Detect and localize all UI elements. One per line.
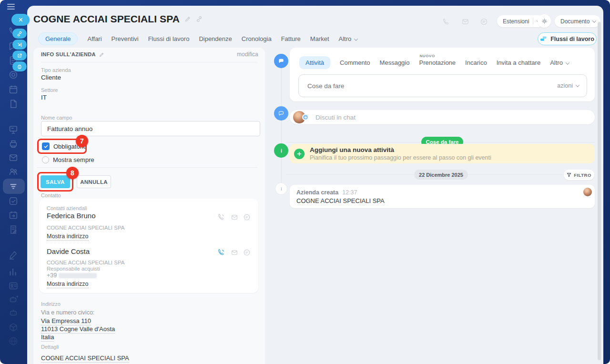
ai-robot-icon[interactable]	[8, 308, 20, 319]
presentation-icon[interactable]	[8, 124, 20, 136]
tab-flussi-di-lavoro[interactable]: Flussi di lavoro	[148, 35, 190, 42]
tab-affari[interactable]: Affari	[87, 35, 102, 42]
menu-icon[interactable]	[7, 4, 15, 10]
tasks-icon[interactable]	[8, 196, 20, 207]
document-button[interactable]: Documento	[555, 15, 600, 27]
tab-cronologia[interactable]: Cronologia	[242, 35, 272, 42]
link-title-icon[interactable]	[196, 16, 203, 22]
crm-funnel-icon[interactable]	[8, 181, 20, 192]
chat-bubble-icon[interactable]	[480, 18, 488, 26]
street-label: Via e numero civico:	[41, 309, 94, 316]
entry-time: 12:37	[342, 189, 357, 196]
calendar-icon[interactable]	[8, 84, 20, 96]
contact-card-label: Contatti aziendali	[47, 205, 87, 211]
dock-arrow-icon[interactable]	[12, 40, 27, 50]
filter-button[interactable]: FILTRO	[564, 170, 594, 180]
tab-market[interactable]: Market	[310, 35, 329, 42]
entry-title: Azienda creata	[296, 189, 338, 196]
chat-placeholder[interactable]: Discuti in chat	[315, 114, 356, 121]
chevron-down-icon	[592, 19, 596, 22]
contact-chat-icon[interactable]	[243, 249, 251, 256]
show-address-link[interactable]: Mostra indirizzo	[47, 233, 89, 241]
settings-gear-button[interactable]	[538, 14, 551, 28]
close-button[interactable]	[11, 14, 30, 26]
contact-card-icon[interactable]	[8, 281, 20, 292]
chevron-down-icon	[354, 37, 358, 40]
tab-incarico[interactable]: Incarico	[465, 59, 487, 66]
signature-icon[interactable]	[8, 250, 20, 261]
market-cube-icon[interactable]	[8, 322, 20, 334]
field-name-input[interactable]	[41, 121, 260, 136]
redacted-phone	[59, 273, 97, 278]
people-icon[interactable]	[8, 166, 20, 178]
print-icon[interactable]	[12, 61, 27, 71]
copy-link-button[interactable]	[12, 29, 27, 39]
date-separator: 22 Dicembre 2025	[414, 170, 468, 180]
automation-icon[interactable]	[8, 294, 20, 306]
document-icon[interactable]	[8, 99, 20, 110]
todo-input[interactable]	[306, 75, 516, 97]
sites-globe-icon[interactable]	[8, 336, 20, 347]
actions-dropdown[interactable]: azioni	[557, 82, 579, 89]
cancel-button[interactable]: ANNULLA	[77, 175, 111, 188]
tab-attivita[interactable]: Attività	[299, 56, 330, 69]
phone-prefix: +39	[47, 272, 57, 279]
mail-icon[interactable]	[8, 152, 20, 164]
show-address-link[interactable]: Mostra indirizzo	[47, 281, 89, 288]
tab-prenotazione[interactable]: NUOVOPrenotazione	[419, 59, 456, 66]
contact-name[interactable]: Davide Costa	[47, 247, 90, 255]
printer-icon[interactable]	[8, 139, 20, 150]
plus-icon[interactable]	[294, 149, 305, 159]
filter-label: FILTRO	[574, 172, 591, 178]
edit-title-icon[interactable]	[184, 16, 191, 22]
annotation-badge-8: 8	[66, 167, 79, 179]
always-show-label: Mostra sempre	[53, 156, 94, 163]
entry-body: COGNE ACCIAI SPECIALI SPA	[296, 197, 385, 204]
field-name-label: Nome campo	[41, 115, 72, 121]
app-window: COGNE ACCIAI SPECIALI SPA Estensioni Doc…	[0, 0, 610, 364]
tab-generale[interactable]: Generale	[38, 32, 78, 45]
contact-role: Responsabile acquisti	[47, 266, 100, 272]
extensions-label: Estensioni	[503, 18, 529, 25]
tab-commento[interactable]: Commento	[340, 59, 370, 66]
document-label: Documento	[560, 18, 590, 25]
tab-messaggio[interactable]: Messaggio	[380, 59, 410, 66]
gear-icon	[541, 18, 548, 25]
contact-name[interactable]: Federica Bruno	[47, 212, 96, 220]
tab-altro[interactable]: Altro	[339, 35, 358, 42]
modify-link[interactable]: modifica	[237, 51, 258, 58]
scrollbar[interactable]	[598, 22, 601, 360]
details-value-link[interactable]: COGNE ACCIAI SPECIALI SPA	[41, 354, 129, 363]
open-new-window-icon[interactable]	[12, 51, 27, 61]
edit-section-icon[interactable]	[99, 52, 104, 57]
add-participant-icon[interactable]	[302, 114, 309, 121]
always-show-checkbox-row[interactable]: Mostra sempre	[42, 156, 94, 163]
tab-invita-a-chattare[interactable]: Invita a chattare	[497, 59, 541, 66]
booking-icon[interactable]	[8, 210, 20, 222]
info-node-icon	[274, 143, 288, 158]
address-line-link[interactable]: Italia	[41, 334, 54, 342]
tab-altro[interactable]: Altro	[550, 59, 569, 66]
contact-company: COGNE ACCIAI SPECIALI SPA	[47, 260, 124, 265]
tab-dipendenze[interactable]: Dipendenze	[199, 35, 232, 42]
workflows-button[interactable]: Flussi di lavoro	[538, 32, 597, 45]
add-activity-subtitle: Pianifica il tuo prossimo passaggio per …	[310, 154, 491, 161]
contact-mail-icon[interactable]	[231, 249, 238, 256]
details-label: Dettagli	[41, 344, 59, 350]
always-show-checkbox[interactable]	[42, 156, 49, 163]
info-node-muted-icon	[275, 182, 287, 195]
company-type-value: Cliente	[41, 74, 61, 81]
tab-preventivi[interactable]: Preventivi	[112, 35, 139, 42]
workflows-label: Flussi di lavoro	[550, 36, 594, 42]
contact-phone-icon[interactable]	[217, 213, 225, 221]
contact-section-label: Contatto	[41, 192, 61, 198]
contact-phone-active-icon[interactable]	[217, 248, 225, 256]
email-icon[interactable]	[461, 18, 469, 26]
call-icon[interactable]	[442, 18, 450, 26]
analytics-icon[interactable]	[8, 266, 20, 278]
contact-chat-icon[interactable]	[243, 213, 251, 221]
tab-fatture[interactable]: Fatture	[281, 35, 301, 42]
add-activity-title[interactable]: Aggiungi una nuova attività	[310, 146, 394, 153]
contact-mail-icon[interactable]	[231, 213, 238, 221]
sign-document-icon[interactable]	[8, 224, 20, 236]
